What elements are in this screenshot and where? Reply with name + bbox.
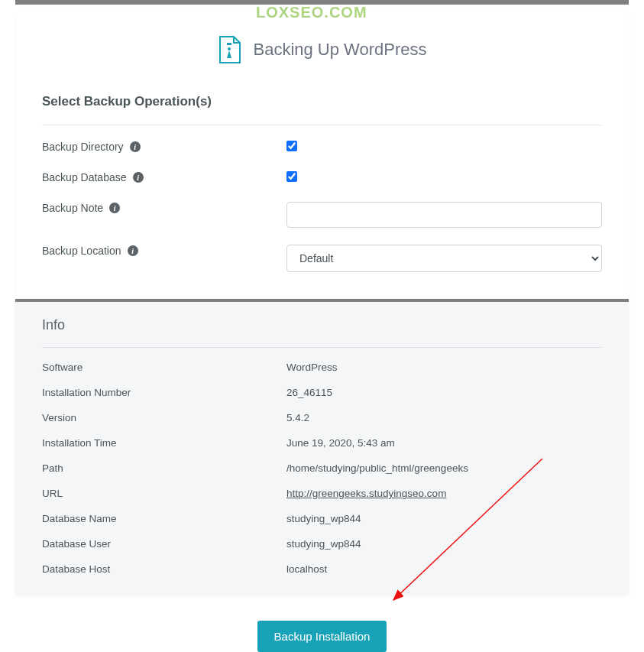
- info-label: Database User: [42, 538, 286, 550]
- info-value: studying_wp844: [286, 513, 602, 524]
- info-row-software: Software WordPress: [42, 362, 602, 373]
- info-row-install-time: Installation Time June 19, 2020, 5:43 am: [42, 437, 602, 449]
- info-label: Version: [42, 412, 286, 423]
- info-value: /home/studying/public_html/greengeeks: [286, 462, 602, 474]
- info-value: studying_wp844: [286, 538, 602, 550]
- info-panel: Info Software WordPress Installation Num…: [15, 299, 629, 594]
- main-container: Backing Up WordPress Select Backup Opera…: [15, 12, 629, 299]
- info-label: Path: [42, 462, 286, 474]
- backup-note-row: Backup Note i: [42, 202, 602, 228]
- backup-options-section: Select Backup Operation(s) Backup Direct…: [15, 79, 629, 299]
- info-url-link[interactable]: http://greengeeks.studyingseo.com: [286, 488, 446, 499]
- backup-database-label: Backup Database: [42, 171, 127, 183]
- info-icon[interactable]: i: [128, 245, 138, 256]
- info-heading: Info: [42, 317, 602, 348]
- info-label: Database Name: [42, 513, 286, 524]
- info-icon[interactable]: i: [133, 172, 144, 183]
- info-row-path: Path /home/studying/public_html/greengee…: [42, 462, 602, 474]
- info-icon[interactable]: i: [130, 141, 141, 152]
- info-value: 5.4.2: [286, 412, 602, 423]
- info-row-db-user: Database User studying_wp844: [42, 538, 602, 550]
- backup-directory-row: Backup Directory i: [42, 141, 602, 154]
- info-value: localhost: [286, 563, 602, 575]
- info-label: URL: [42, 488, 286, 499]
- action-button-row: Backup Installation: [0, 594, 644, 652]
- info-row-db-name: Database Name studying_wp844: [42, 513, 602, 524]
- backup-location-row: Backup Location i Default: [42, 245, 602, 272]
- backup-note-label: Backup Note: [42, 202, 103, 214]
- backup-database-row: Backup Database i: [42, 171, 602, 185]
- backup-installation-button[interactable]: Backup Installation: [257, 621, 387, 652]
- backup-location-label: Backup Location: [42, 245, 121, 257]
- backup-location-select[interactable]: Default: [286, 245, 602, 272]
- top-divider: [15, 0, 629, 5]
- info-row-install-number: Installation Number 26_46115: [42, 387, 602, 398]
- info-label: Installation Number: [42, 387, 286, 398]
- info-value: WordPress: [286, 362, 602, 373]
- svg-point-1: [228, 47, 231, 50]
- info-value: June 19, 2020, 5:43 am: [286, 437, 602, 449]
- section-heading: Select Backup Operation(s): [42, 79, 602, 125]
- info-label: Database Host: [42, 563, 286, 575]
- backup-file-icon: [217, 35, 241, 64]
- page-header: Backing Up WordPress: [15, 12, 629, 79]
- info-label: Installation Time: [42, 437, 286, 449]
- info-value: 26_46115: [286, 387, 602, 398]
- info-row-db-host: Database Host localhost: [42, 563, 602, 575]
- info-row-url: URL http://greengeeks.studyingseo.com: [42, 488, 602, 499]
- backup-note-input[interactable]: [286, 202, 602, 228]
- backup-directory-checkbox[interactable]: [286, 141, 297, 151]
- info-icon[interactable]: i: [109, 203, 120, 213]
- page-title: Backing Up WordPress: [253, 40, 426, 60]
- backup-directory-label: Backup Directory: [42, 141, 124, 153]
- svg-rect-0: [227, 43, 231, 45]
- info-row-version: Version 5.4.2: [42, 412, 602, 423]
- info-label: Software: [42, 362, 286, 373]
- backup-database-checkbox[interactable]: [286, 171, 297, 182]
